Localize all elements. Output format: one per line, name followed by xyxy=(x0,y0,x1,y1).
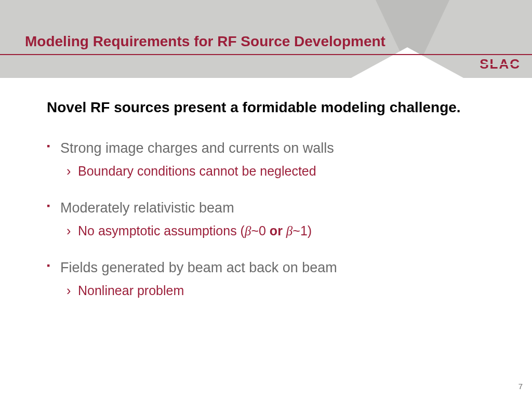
sub-text-prefix: No asymptotic assumptions ( xyxy=(78,223,245,238)
slide-title: Modeling Requirements for RF Source Deve… xyxy=(25,33,385,50)
page-number: 7 xyxy=(518,382,523,391)
sub-bullet-item: No asymptotic assumptions (β~0 or β~1) xyxy=(78,222,490,240)
header-decoration-light xyxy=(350,47,464,78)
sub-bullet-item: Nonlinear problem xyxy=(78,282,490,300)
header-rule xyxy=(0,54,532,55)
relation-2: ~1) xyxy=(292,223,312,238)
beta-symbol: β xyxy=(245,224,251,238)
or-text: or xyxy=(266,223,286,238)
slac-logo: SLAC xyxy=(480,56,521,72)
bullet-text: Strong image charges and currents on wal… xyxy=(60,139,490,157)
lead-text: Novel RF sources present a formidable mo… xyxy=(47,97,490,118)
sub-bullet-list: No asymptotic assumptions (β~0 or β~1) xyxy=(60,222,490,240)
bullet-item: Strong image charges and currents on wal… xyxy=(60,139,490,180)
slide-header: Modeling Requirements for RF Source Deve… xyxy=(0,0,532,78)
bullet-text: Fields generated by beam act back on bea… xyxy=(60,259,490,277)
slide-content: Novel RF sources present a formidable mo… xyxy=(0,78,532,300)
relation-1: ~0 xyxy=(251,223,266,238)
bullet-item: Fields generated by beam act back on bea… xyxy=(60,259,490,300)
sub-bullet-list: Nonlinear problem xyxy=(60,282,490,300)
sub-bullet-item: Boundary conditions cannot be neglected xyxy=(78,163,490,180)
beta-symbol: β xyxy=(286,224,292,238)
bullet-item: Moderately relativistic beam No asymptot… xyxy=(60,199,490,240)
bullet-list: Strong image charges and currents on wal… xyxy=(47,139,490,300)
bullet-text: Moderately relativistic beam xyxy=(60,199,490,217)
sub-bullet-list: Boundary conditions cannot be neglected xyxy=(60,163,490,180)
